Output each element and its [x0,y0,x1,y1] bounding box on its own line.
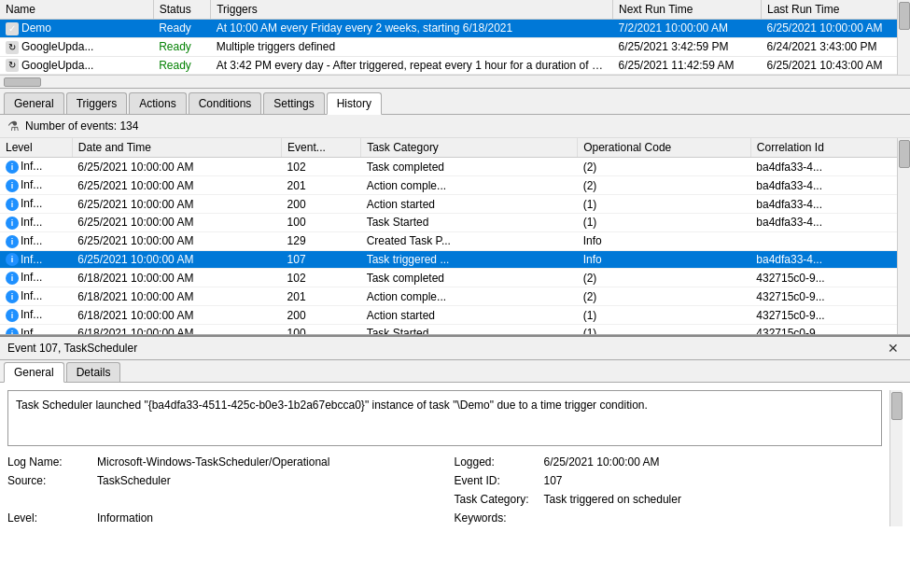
detail-close-button[interactable]: ✕ [884,341,903,356]
history-scrollbar-thumb [899,140,910,168]
task-list-section: Name Status Triggers Next Run Time Last … [0,0,910,89]
tab-bar: General Triggers Actions Conditions Sett… [0,89,910,115]
tab-history[interactable]: History [327,92,382,115]
hist-col-opcode[interactable]: Operational Code [578,138,751,158]
task-category-value: Task triggered on scheduler [544,493,681,506]
col-last-run[interactable]: Last Run Time [761,0,909,20]
hist-col-level[interactable]: Level [0,138,72,158]
info-icon: i [6,217,19,230]
history-row[interactable]: iInf... 6/25/2021 10:00:00 AM 107 Task t… [0,250,910,269]
history-row[interactable]: iInf... 6/18/2021 10:00:00 AM 102 Task c… [0,269,910,287]
info-icon: i [6,309,19,322]
tab-general[interactable]: General [4,92,64,114]
info-icon: i [6,253,19,266]
logged-label: Logged: [455,455,539,469]
event-id-row: Event ID: 107 [455,472,883,489]
keywords-label: Keywords: [455,511,539,525]
history-row[interactable]: iInf... 6/25/2021 10:00:00 AM 200 Action… [0,195,910,214]
detail-tab-bar: General Details [0,360,910,383]
detail-title: Event 107, TaskScheduler [7,342,137,355]
level-value: Information [97,511,153,525]
event-message: Task Scheduler launched "{ba4dfa33-4511-… [16,399,648,412]
tab-settings[interactable]: Settings [263,92,324,114]
info-icon: i [6,179,19,192]
history-scrollbar[interactable] [897,138,910,334]
detail-header: Event 107, TaskScheduler ✕ [0,337,910,360]
info-icon: i [6,235,19,248]
task-row[interactable]: ✓Demo Ready At 10:00 AM every Friday eve… [0,20,910,38]
task-row[interactable]: ↻GoogleUpda... Ready At 3:42 PM every da… [0,56,910,75]
history-row[interactable]: iInf... 6/25/2021 10:00:00 AM 201 Action… [0,176,910,195]
col-triggers[interactable]: Triggers [211,0,613,20]
task-icon: ↻ [6,59,19,72]
keywords-row: Keywords: [455,510,883,526]
level-label: Level: [7,511,91,525]
history-row[interactable]: iInf... 6/25/2021 10:00:00 AM 100 Task S… [0,213,910,231]
filter-icon: ⚗ [7,119,20,133]
log-name-label: Log Name: [7,455,91,469]
tab-conditions[interactable]: Conditions [189,92,262,114]
info-icon: i [6,328,19,335]
col-status[interactable]: Status [153,0,211,20]
source-label: Source: [7,474,91,487]
info-icon: i [6,290,19,303]
tab-triggers[interactable]: Triggers [66,92,128,114]
history-row[interactable]: iInf... 6/18/2021 10:00:00 AM 201 Action… [0,287,910,306]
history-row[interactable]: iInf... 6/18/2021 10:00:00 AM 200 Action… [0,306,910,325]
tab-actions[interactable]: Actions [129,92,186,114]
detail-scrollbar[interactable] [889,390,903,526]
level-row: Level: Information [7,510,436,526]
log-name-row: Log Name: Microsoft-Windows-TaskSchedule… [7,454,436,470]
detail-scrollbar-thumb [891,392,903,420]
detail-panel: Event 107, TaskScheduler ✕ General Detai… [0,335,910,588]
source-value: TaskScheduler [97,474,171,487]
event-id-value: 107 [544,474,563,487]
info-icon: i [6,198,19,211]
event-id-label: Event ID: [455,474,539,487]
task-list-scrollbar-thumb [899,2,910,30]
info-icon: i [6,272,19,285]
history-row[interactable]: iInf... 6/25/2021 10:00:00 AM 102 Task c… [0,158,910,176]
task-list-hscroll[interactable] [0,75,910,88]
filter-bar: ⚗ Number of events: 134 [0,115,910,138]
task-table: Name Status Triggers Next Run Time Last … [0,0,910,75]
history-table: Level Date and Time Event... Task Catego… [0,138,910,334]
info-icon: i [6,161,19,174]
col-name[interactable]: Name [0,0,153,20]
logged-row: Logged: 6/25/2021 10:00:00 AM [455,454,883,470]
hist-col-event[interactable]: Event... [282,138,361,158]
log-name-value: Microsoft-Windows-TaskScheduler/Operatio… [97,455,329,469]
task-icon: ✓ [6,22,19,35]
hist-col-datetime[interactable]: Date and Time [72,138,281,158]
logged-value: 6/25/2021 10:00:00 AM [544,455,660,469]
task-row[interactable]: ↻GoogleUpda... Ready Multiple triggers d… [0,37,910,56]
task-category-label: Task Category: [455,493,539,506]
col-next-run[interactable]: Next Run Time [613,0,762,20]
task-category-row: Task Category: Task triggered on schedul… [455,491,883,508]
main-layout: Name Status Triggers Next Run Time Last … [0,0,910,588]
task-list-scrollbar[interactable] [897,0,910,75]
detail-body: Task Scheduler launched "{ba4dfa33-4511-… [0,383,910,534]
detail-fields: Log Name: Microsoft-Windows-TaskSchedule… [7,454,882,526]
hist-col-corrid[interactable]: Correlation Id [750,138,909,158]
history-row[interactable]: iInf... 6/25/2021 10:00:00 AM 129 Create… [0,231,910,250]
source-row: Source: TaskScheduler [7,472,436,489]
filter-text: Number of events: 134 [25,119,138,133]
event-message-box: Task Scheduler launched "{ba4dfa33-4511-… [7,390,882,446]
task-list-hscroll-thumb [4,77,41,87]
detail-tab-details[interactable]: Details [66,362,121,382]
hist-col-category[interactable]: Task Category [361,138,578,158]
task-icon: ↻ [6,41,19,54]
history-row[interactable]: iInf... 6/18/2021 10:00:00 AM 100 Task S… [0,324,910,334]
history-section: ⚗ Number of events: 134 Level Date and T… [0,115,910,335]
detail-tab-general[interactable]: General [4,362,64,383]
